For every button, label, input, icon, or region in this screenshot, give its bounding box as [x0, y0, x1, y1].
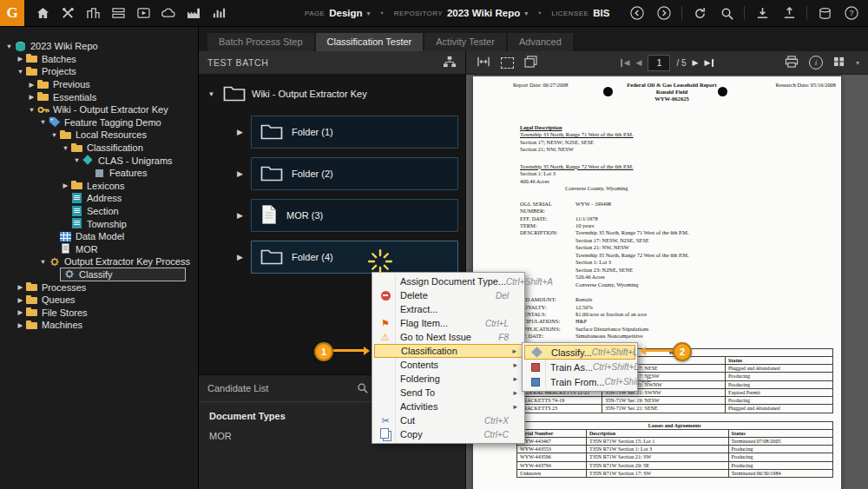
select-region-icon[interactable] [501, 57, 514, 69]
refresh-icon[interactable] [690, 3, 709, 23]
sidebar-item-data-model[interactable]: Data Model [0, 230, 198, 243]
menu-item-flag-item[interactable]: ⚑Flag Item...Ctrl+L [374, 316, 523, 330]
expander-icon[interactable]: ▶ [15, 308, 26, 316]
expander-icon[interactable]: ▼ [37, 118, 49, 126]
menu-item-send-to[interactable]: Send To▸ [374, 386, 523, 400]
submenu-item-train-from[interactable]: Train From...Ctrl+Shift+F [524, 374, 635, 389]
mor-3-card[interactable]: MOR (3) [251, 199, 458, 232]
first-page-icon[interactable]: ◀ [621, 59, 630, 67]
back-icon[interactable] [628, 3, 647, 23]
sidebar-item-feature-tagging-demo[interactable]: ▼Feature Tagging Demo [0, 116, 198, 129]
expander-icon[interactable]: ▶ [237, 128, 251, 136]
forward-icon[interactable] [654, 3, 674, 23]
previous-page-icon[interactable]: ◀ [636, 59, 642, 67]
folder-2-card[interactable]: Folder (2) [251, 157, 458, 190]
sidebar-item-features[interactable]: Features [0, 167, 198, 180]
view-options-icon[interactable] [833, 56, 845, 69]
sidebar-item-classify[interactable]: Classify [0, 268, 198, 281]
factory-icon[interactable] [184, 3, 203, 23]
sidebar-item-classification[interactable]: ▼Classification [0, 142, 198, 155]
chevron-down-icon[interactable]: ▾ [367, 10, 371, 17]
expander-icon[interactable]: ▶ [26, 93, 37, 101]
cloud-icon[interactable] [159, 3, 178, 23]
expander-icon[interactable]: ▼ [37, 258, 49, 266]
sidebar-item-wiki-output-extractor-key[interactable]: ▼Wiki - Output Extractor Key [0, 103, 198, 116]
submenu-item-train-as[interactable]: Train As...Ctrl+Shift+D [524, 360, 635, 374]
menu-item-cut[interactable]: ✂CutCtrl+X [374, 413, 523, 427]
sidebar-item-projects[interactable]: ▼Projects [0, 65, 198, 78]
sidebar-item-lexicons[interactable]: ▶Lexicons [0, 180, 198, 193]
expander-icon[interactable]: ▶ [26, 81, 37, 89]
menu-item-go-to-next-issue[interactable]: ⚠Go to Next IssueF8 [374, 330, 523, 344]
expander-icon[interactable]: ▶ [60, 182, 71, 189]
expander-icon[interactable]: ▼ [3, 43, 15, 50]
database-stack-icon[interactable] [815, 3, 834, 23]
sidebar-item-2023-wiki-repo[interactable]: ▼2023 Wiki Repo [0, 40, 198, 53]
sidebar-item-file-stores[interactable]: ▶File Stores [0, 306, 198, 319]
sidebar-item-essentials[interactable]: ▶Essentials [0, 90, 198, 103]
sidebar-item-queues[interactable]: ▶Queues [0, 294, 198, 307]
repository-selector[interactable]: 2023 Wiki Repo [447, 8, 520, 18]
tab-advanced[interactable]: Advanced [508, 33, 573, 51]
expander-icon[interactable]: ▶ [15, 283, 26, 291]
chart-icon[interactable] [209, 3, 228, 23]
sidebar-item-batches[interactable]: ▶Batches [0, 53, 198, 66]
expander-icon[interactable]: ▼ [60, 144, 71, 152]
tab-batch-process-step[interactable]: Batch Process Step [207, 33, 314, 51]
submenu-item-classify[interactable]: Classify...Ctrl+Shift+L [524, 345, 635, 360]
expander-icon[interactable]: ▶ [15, 321, 26, 329]
tools-icon[interactable] [58, 3, 77, 23]
sidebar-item-processes[interactable]: ▶Processes [0, 281, 198, 294]
menu-item-classification[interactable]: Classification▸ [374, 344, 523, 358]
expander-icon[interactable]: ▶ [15, 55, 26, 63]
tab-activity-tester[interactable]: Activity Tester [424, 33, 506, 51]
chevron-down-icon[interactable]: ▾ [524, 10, 528, 17]
menu-item-delete[interactable]: DeleteDel [374, 288, 523, 302]
info-icon[interactable]: i [809, 56, 823, 69]
last-page-icon[interactable]: ▶ [704, 59, 713, 67]
page-number-input[interactable]: 1 [648, 55, 670, 71]
tab-classification-tester[interactable]: Classification Tester [316, 33, 424, 51]
sidebar-item-machines[interactable]: ▶Machines [0, 319, 198, 332]
expander-icon[interactable]: ▼ [49, 131, 60, 139]
sidebar-item-mor[interactable]: MOR [0, 243, 198, 256]
menu-item-assign-document-type[interactable]: Assign Document Type...Ctrl+Shift+A [374, 274, 523, 288]
selected-node-box[interactable]: Classify [60, 268, 186, 281]
hierarchy-icon[interactable] [443, 56, 457, 69]
sidebar-item-township[interactable]: Township [0, 217, 198, 230]
chevron-down-icon[interactable]: ▾ [856, 59, 859, 67]
expander-icon[interactable]: ▼ [15, 68, 26, 76]
fit-width-icon[interactable] [477, 56, 490, 69]
search-icon[interactable] [717, 3, 736, 23]
menu-item-contents[interactable]: Contents▸ [374, 358, 523, 372]
buildings-icon[interactable] [83, 3, 102, 23]
expander-icon[interactable]: ▶ [237, 253, 251, 261]
expander-icon[interactable]: ▼ [71, 156, 82, 164]
upload-icon[interactable] [779, 3, 799, 23]
search-icon[interactable] [357, 382, 368, 395]
sidebar-item-address[interactable]: Address [0, 192, 198, 205]
page-selector[interactable]: Design [329, 8, 362, 18]
sidebar-item-previous[interactable]: ▶Previous [0, 78, 198, 91]
home-icon[interactable] [33, 3, 52, 23]
menu-item-activities[interactable]: Activities▸ [374, 400, 523, 413]
help-icon[interactable]: ? [842, 3, 861, 23]
folder-4-card[interactable]: Folder (4) [251, 241, 458, 274]
folder-1-card[interactable]: Folder (1) [251, 116, 458, 149]
sidebar-item-clas-unigrams[interactable]: ▼CLAS - Unigrams [0, 154, 198, 167]
media-icon[interactable] [134, 3, 153, 23]
sidebar-item-output-extractor-key-process[interactable]: ▼Output Extractor Key Process [0, 255, 198, 268]
expander-icon[interactable]: ▶ [15, 296, 26, 304]
sidebar-item-local-resources[interactable]: ▼Local Resources [0, 129, 198, 142]
print-icon[interactable] [785, 56, 799, 69]
expander-icon[interactable]: ▶ [237, 169, 251, 178]
next-page-icon[interactable]: ▶ [693, 59, 699, 67]
expander-icon[interactable]: ▶ [237, 211, 251, 220]
batch-root-node[interactable]: ▼ Wiki - Output Extractor Key [199, 74, 465, 103]
menu-item-foldering[interactable]: Foldering▸ [374, 372, 523, 386]
archive-icon[interactable] [108, 3, 128, 23]
expander-icon[interactable]: ▼ [206, 90, 217, 98]
sidebar-item-section[interactable]: Section [0, 205, 198, 218]
pages-icon[interactable] [524, 56, 537, 69]
menu-item-extract[interactable]: Extract... [374, 302, 523, 316]
